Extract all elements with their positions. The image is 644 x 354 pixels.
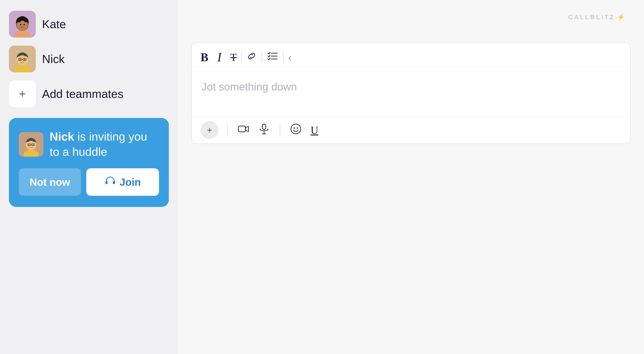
svg-point-5 — [24, 24, 25, 25]
headphones-icon — [104, 175, 116, 189]
toolbar-separator-1 — [241, 52, 242, 62]
svg-point-13 — [24, 59, 25, 60]
huddle-invite-text: Nick is inviting you to a huddle — [50, 129, 159, 159]
svg-point-20 — [28, 144, 30, 145]
toolbar-separator-3 — [283, 52, 284, 62]
callblitz-logo: CALLBLITZ ⚡ — [568, 13, 626, 21]
add-teammate-label: Add teammates — [42, 87, 124, 101]
avatar-nick — [9, 45, 36, 72]
huddle-invite-actions: Not now Join — [19, 168, 159, 196]
link-button[interactable] — [246, 50, 257, 64]
svg-rect-23 — [113, 181, 115, 184]
join-label: Join — [120, 176, 141, 188]
left-panel: Kate Nick — [0, 0, 178, 354]
more-options-button[interactable]: ‹ — [288, 51, 292, 63]
callblitz-bolt-icon: ⚡ — [617, 13, 626, 21]
footer-separator-1 — [228, 125, 228, 135]
editor-toolbar: B I T — [192, 43, 630, 72]
join-button[interactable]: Join — [86, 168, 159, 196]
add-teammate-row[interactable]: + Add teammates — [9, 76, 169, 111]
italic-button[interactable]: I — [217, 50, 222, 64]
toolbar-format-group: B I T — [200, 50, 236, 64]
svg-point-4 — [20, 24, 21, 25]
svg-rect-22 — [106, 181, 108, 184]
checklist-button[interactable] — [266, 50, 278, 64]
teammate-nick: Nick — [9, 41, 169, 76]
avatar-kate — [9, 11, 36, 37]
emoji-button[interactable] — [290, 123, 302, 137]
footer-separator-2 — [280, 125, 280, 135]
editor-container: B I T — [191, 42, 630, 144]
huddle-invite-header: Nick is inviting you to a huddle — [19, 129, 159, 159]
editor-body[interactable]: Jot something down — [192, 72, 630, 116]
svg-point-12 — [20, 59, 21, 60]
teammate-kate-name: Kate — [42, 17, 66, 31]
svg-rect-28 — [262, 124, 266, 129]
svg-point-31 — [291, 124, 301, 134]
add-attachment-button[interactable]: + — [200, 121, 218, 139]
callblitz-name: CALLBLITZ — [568, 14, 615, 21]
editor-placeholder: Jot something down — [202, 81, 297, 93]
mic-button[interactable] — [258, 123, 270, 137]
toolbar-separator-2 — [262, 52, 262, 62]
strikethrough-button[interactable]: T — [230, 51, 236, 63]
huddle-inviter-avatar — [19, 132, 44, 157]
bold-button[interactable]: B — [200, 51, 208, 64]
underline-button[interactable]: U — [310, 124, 318, 136]
huddle-inviter-name: Nick — [50, 130, 74, 143]
teammate-kate: Kate — [9, 7, 169, 41]
right-panel: CALLBLITZ ⚡ B I T — [178, 0, 644, 354]
not-now-button[interactable]: Not now — [19, 168, 81, 196]
svg-rect-27 — [238, 126, 246, 132]
toolbar-link-group — [246, 50, 257, 64]
editor-footer: + — [192, 116, 630, 143]
toolbar-list-group — [266, 50, 278, 64]
video-button[interactable] — [238, 123, 249, 137]
huddle-invite-card: Nick is inviting you to a huddle Not now… — [9, 118, 169, 207]
svg-point-21 — [33, 144, 34, 145]
svg-point-32 — [294, 127, 295, 129]
svg-point-33 — [297, 127, 298, 129]
teammate-nick-name: Nick — [42, 52, 64, 66]
add-teammate-button[interactable]: + — [9, 80, 36, 107]
